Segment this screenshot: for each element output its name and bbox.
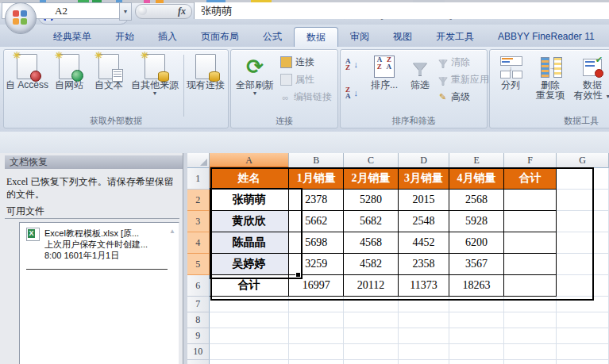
cell-A2[interactable]: 张萌萌 bbox=[210, 190, 290, 211]
refresh-all-button[interactable]: ⟳ 全部刷新 ▼ bbox=[233, 53, 277, 97]
cell-D7[interactable] bbox=[399, 297, 449, 312]
cell-A5[interactable]: 吴婷婷 bbox=[210, 254, 290, 275]
cell-G10[interactable] bbox=[557, 344, 609, 360]
cell-B8[interactable] bbox=[289, 312, 344, 328]
cell-C6[interactable]: 20112 bbox=[344, 275, 399, 297]
scroll-up-icon[interactable]: ▲ bbox=[169, 228, 175, 235]
cell-B9[interactable] bbox=[289, 328, 344, 344]
cell-C2[interactable]: 5280 bbox=[344, 190, 399, 211]
cell-E10[interactable] bbox=[449, 344, 504, 360]
text-to-columns-button[interactable]: ↓ 分列 bbox=[493, 53, 528, 90]
cell-F3[interactable] bbox=[504, 211, 557, 232]
cell-B3[interactable]: 5662 bbox=[289, 211, 344, 232]
cell-C7[interactable] bbox=[344, 297, 399, 312]
fill-handle[interactable] bbox=[295, 272, 301, 278]
row-header-5[interactable]: 5 bbox=[187, 254, 210, 275]
filter-button[interactable]: 筛选 bbox=[404, 53, 436, 90]
cell-F5[interactable] bbox=[504, 254, 557, 275]
row-header-3[interactable]: 3 bbox=[187, 211, 210, 232]
cell-C9[interactable] bbox=[344, 328, 399, 344]
cell-E7[interactable] bbox=[449, 297, 504, 312]
cell-D1[interactable]: 3月销量 bbox=[399, 168, 449, 190]
row-header-2[interactable]: 2 bbox=[187, 190, 210, 211]
cell-A10[interactable] bbox=[210, 344, 290, 360]
sort-dialog-button[interactable]: AZZA 排序... bbox=[366, 53, 403, 90]
tab-review[interactable]: 审阅 bbox=[338, 27, 381, 47]
cell-D10[interactable] bbox=[399, 344, 449, 360]
cell-F1[interactable]: 合计 bbox=[504, 168, 557, 190]
cell-A6[interactable]: 合计 bbox=[210, 275, 290, 297]
cell-B4[interactable]: 5698 bbox=[289, 232, 344, 254]
cell-D6[interactable]: 11373 bbox=[399, 275, 449, 297]
cell-B11[interactable] bbox=[289, 360, 344, 364]
tab-classic-menu[interactable]: 经典菜单 bbox=[41, 27, 103, 47]
cell-A3[interactable]: 黄欣欣 bbox=[210, 211, 290, 232]
cell-F8[interactable] bbox=[504, 312, 557, 328]
cell-D3[interactable]: 2548 bbox=[399, 211, 449, 232]
cell-E9[interactable] bbox=[449, 328, 504, 344]
cell-E4[interactable]: 6200 bbox=[449, 232, 504, 254]
insert-function-button[interactable]: fx bbox=[135, 4, 192, 19]
from-text-button[interactable]: ✳ 自文本 bbox=[90, 53, 128, 90]
column-header-C[interactable]: C bbox=[344, 153, 399, 168]
row-header-11[interactable]: 11 bbox=[187, 360, 210, 364]
cell-C8[interactable] bbox=[344, 312, 399, 328]
row-header-9[interactable]: 9 bbox=[187, 328, 210, 344]
sort-ascending-button[interactable]: AZ ↓ bbox=[345, 56, 358, 71]
cell-G6[interactable] bbox=[557, 275, 609, 297]
cell-A7[interactable] bbox=[210, 297, 290, 312]
existing-connections-button[interactable]: 现有连接 bbox=[185, 53, 226, 90]
properties-button[interactable]: 属性 bbox=[280, 72, 314, 87]
advanced-filter-button[interactable]: ✎ 高级 bbox=[437, 90, 470, 105]
cell-B2[interactable]: 2378 bbox=[289, 190, 344, 211]
cell-F9[interactable] bbox=[504, 328, 557, 344]
tab-developer[interactable]: 开发工具 bbox=[424, 27, 486, 47]
column-header-B[interactable]: B bbox=[289, 153, 344, 168]
cell-A11[interactable] bbox=[210, 360, 290, 364]
recovered-file-item[interactable]: Excel教程模板.xlsx [原... 上次用户保存文件时创建... 8:00… bbox=[26, 228, 164, 261]
cell-D5[interactable]: 2358 bbox=[399, 254, 449, 275]
cell-G2[interactable] bbox=[557, 190, 609, 211]
sort-descending-button[interactable]: ZA ↓ bbox=[345, 85, 358, 100]
cell-F11[interactable] bbox=[504, 360, 557, 364]
cell-D8[interactable] bbox=[399, 312, 449, 328]
cell-D4[interactable]: 4452 bbox=[399, 232, 449, 254]
row-header-6[interactable]: 6 bbox=[187, 275, 210, 297]
edit-links-button[interactable]: ∞ 编辑链接 bbox=[280, 90, 332, 105]
tab-page-layout[interactable]: 页面布局 bbox=[189, 27, 251, 47]
cell-D2[interactable]: 2015 bbox=[399, 190, 449, 211]
row-header-1[interactable]: 1 bbox=[187, 168, 210, 190]
cell-C10[interactable] bbox=[344, 344, 399, 360]
cell-B7[interactable] bbox=[289, 297, 344, 312]
cell-G7[interactable] bbox=[557, 297, 609, 312]
row-header-4[interactable]: 4 bbox=[187, 232, 210, 254]
tab-data[interactable]: 数据 bbox=[294, 27, 338, 47]
row-header-8[interactable]: 8 bbox=[187, 312, 210, 328]
cell-C11[interactable] bbox=[344, 360, 399, 364]
cell-D11[interactable] bbox=[399, 360, 449, 364]
cell-E1[interactable]: 4月销量 bbox=[449, 168, 504, 190]
row-header-10[interactable]: 10 bbox=[187, 344, 210, 360]
cell-G5[interactable] bbox=[557, 254, 609, 275]
column-header-G[interactable]: G bbox=[557, 153, 609, 168]
column-header-D[interactable]: D bbox=[399, 153, 449, 168]
column-header-A[interactable]: A bbox=[210, 153, 290, 168]
tab-insert[interactable]: 插入 bbox=[146, 27, 189, 47]
cell-F6[interactable] bbox=[504, 275, 557, 297]
cell-G9[interactable] bbox=[557, 328, 609, 344]
tab-formulas[interactable]: 公式 bbox=[251, 27, 294, 47]
cell-A1[interactable]: 姓名 bbox=[210, 168, 290, 190]
data-validation-button[interactable]: ✔ 数据 有效性 ▼ bbox=[572, 53, 609, 101]
tab-view[interactable]: 视图 bbox=[381, 27, 424, 47]
reapply-filter-button[interactable]: 重新应用 bbox=[437, 72, 489, 87]
row-header-7[interactable]: 7 bbox=[187, 297, 210, 312]
clear-filter-button[interactable]: 清除 bbox=[437, 55, 470, 70]
cell-B1[interactable]: 1月销量 bbox=[289, 168, 344, 190]
cell-C4[interactable]: 4568 bbox=[344, 232, 399, 254]
cell-E11[interactable] bbox=[449, 360, 504, 364]
connections-button[interactable]: 连接 bbox=[280, 55, 314, 70]
select-all-corner[interactable] bbox=[187, 153, 210, 168]
cell-E6[interactable]: 18263 bbox=[449, 275, 504, 297]
remove-duplicates-button[interactable]: → 删除 重复项 bbox=[531, 53, 569, 101]
office-button[interactable] bbox=[5, 2, 37, 34]
